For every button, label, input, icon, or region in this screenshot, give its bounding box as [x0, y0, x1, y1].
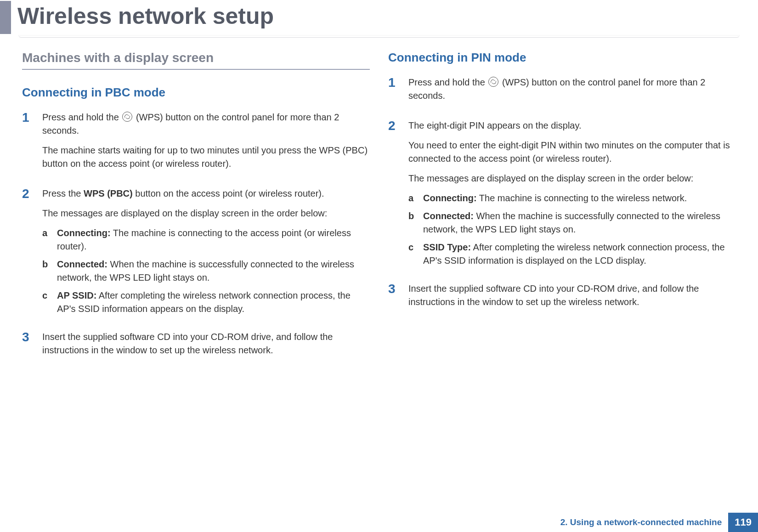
step-number: 3	[388, 282, 408, 315]
step-text: Insert the supplied software CD into you…	[408, 282, 736, 309]
sub-text: Connecting: The machine is connecting to…	[57, 226, 370, 253]
step-body: The eight-digit PIN appears on the displ…	[408, 119, 736, 272]
wps-icon	[488, 77, 498, 87]
sub-item: a Connecting: The machine is connecting …	[42, 226, 370, 253]
sub-item: b Connected: When the machine is success…	[408, 209, 736, 236]
subheading-pin: Connecting in PIN mode	[388, 51, 736, 65]
header-accent-tab	[0, 1, 11, 34]
text-fragment: Press and hold the	[408, 77, 487, 87]
content-columns: Machines with a display screen Connectin…	[0, 38, 758, 532]
term: AP SSID:	[57, 290, 96, 300]
document-page: Wireless network setup Machines with a d…	[0, 0, 758, 532]
page-title: Wireless network setup	[11, 0, 274, 35]
term: SSID Type:	[423, 242, 471, 252]
step-item: 2 Press the WPS (PBC) button on the acce…	[22, 187, 370, 320]
page-header: Wireless network setup	[0, 0, 758, 35]
term: Connected:	[423, 211, 474, 221]
term: Connected:	[57, 259, 107, 269]
sub-item: c SSID Type: After completing the wirele…	[408, 241, 736, 267]
sub-text: SSID Type: After completing the wireless…	[423, 241, 736, 267]
text-fragment: Press the	[42, 188, 84, 198]
sub-label: c	[408, 241, 423, 267]
step-number: 3	[22, 330, 42, 363]
sub-item: b Connected: When the machine is success…	[42, 258, 370, 284]
step-body: Press and hold the (WPS) button on the c…	[408, 76, 736, 109]
term: Connecting:	[57, 228, 111, 238]
subheading-pbc: Connecting in PBC mode	[22, 85, 370, 100]
sub-item: c AP SSID: After completing the wireless…	[42, 289, 370, 316]
footer-page-number: 119	[728, 513, 758, 532]
left-column: Machines with a display screen Connectin…	[22, 51, 370, 532]
text-fragment: After completing the wireless network co…	[57, 290, 351, 314]
step-body: Insert the supplied software CD into you…	[42, 330, 370, 363]
step-text: Insert the supplied software CD into you…	[42, 330, 370, 357]
text-fragment: The machine is connecting to the wireles…	[477, 193, 687, 203]
sub-label: a	[42, 226, 57, 253]
step-text: The machine starts waiting for up to two…	[42, 144, 370, 170]
step-item: 3 Insert the supplied software CD into y…	[388, 282, 736, 315]
step-item: 2 The eight-digit PIN appears on the dis…	[388, 119, 736, 272]
sub-text: AP SSID: After completing the wireless n…	[57, 289, 370, 316]
sub-text: Connecting: The machine is connecting to…	[423, 192, 736, 205]
step-number: 1	[22, 111, 42, 177]
step-number: 2	[22, 187, 42, 320]
sub-text: Connected: When the machine is successfu…	[423, 209, 736, 236]
sub-label: b	[408, 209, 423, 236]
step-text: The eight-digit PIN appears on the displ…	[408, 119, 736, 132]
bold-text: WPS (PBC)	[84, 188, 133, 198]
footer-chapter: 2. Using a network-connected machine	[560, 513, 729, 532]
section-heading: Machines with a display screen	[22, 51, 370, 70]
step-item: 1 Press and hold the (WPS) button on the…	[388, 76, 736, 109]
step-body: Insert the supplied software CD into you…	[408, 282, 736, 315]
step-text: Press and hold the (WPS) button on the c…	[42, 111, 370, 137]
sub-item: a Connecting: The machine is connecting …	[408, 192, 736, 205]
text-fragment: Press and hold the	[42, 112, 121, 122]
step-text: The messages are displayed on the displa…	[408, 172, 736, 185]
step-item: 3 Insert the supplied software CD into y…	[22, 330, 370, 363]
sub-label: a	[408, 192, 423, 205]
page-footer: 2. Using a network-connected machine 119	[560, 513, 758, 532]
step-number: 2	[388, 119, 408, 272]
sub-text: Connected: When the machine is successfu…	[57, 258, 370, 284]
step-body: Press the WPS (PBC) button on the access…	[42, 187, 370, 320]
sub-list: a Connecting: The machine is connecting …	[42, 226, 370, 316]
sub-label: b	[42, 258, 57, 284]
step-item: 1 Press and hold the (WPS) button on the…	[22, 111, 370, 177]
text-fragment: button on the access point (or wireless …	[133, 188, 324, 198]
step-text: Press and hold the (WPS) button on the c…	[408, 76, 736, 102]
sub-label: c	[42, 289, 57, 316]
step-body: Press and hold the (WPS) button on the c…	[42, 111, 370, 177]
step-number: 1	[388, 76, 408, 109]
step-text: Press the WPS (PBC) button on the access…	[42, 187, 370, 200]
step-text: The messages are displayed on the displa…	[42, 207, 370, 220]
step-text: You need to enter the eight-digit PIN wi…	[408, 139, 736, 165]
sub-list: a Connecting: The machine is connecting …	[408, 192, 736, 267]
term: Connecting:	[423, 193, 477, 203]
wps-icon	[122, 112, 132, 122]
right-column: Connecting in PIN mode 1 Press and hold …	[388, 51, 736, 532]
